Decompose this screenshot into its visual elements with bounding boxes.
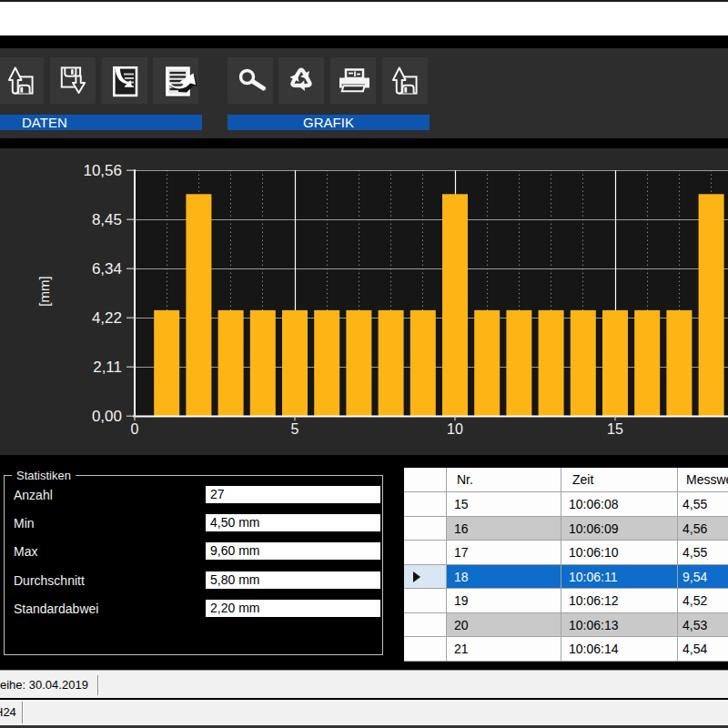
svg-text:0: 0 <box>131 421 139 437</box>
svg-text:4,22: 4,22 <box>92 309 122 327</box>
svg-text:15: 15 <box>607 421 623 437</box>
svg-text:10: 10 <box>447 421 463 437</box>
svg-text:0,00: 0,00 <box>92 408 122 425</box>
svg-text:2,11: 2,11 <box>93 359 122 376</box>
svg-text:8,45: 8,45 <box>92 211 122 228</box>
svg-text:10,56: 10,56 <box>83 162 122 179</box>
svg-text:6,34: 6,34 <box>92 260 122 278</box>
svg-text:[mm]: [mm] <box>36 276 52 306</box>
svg-text:5: 5 <box>291 421 299 437</box>
